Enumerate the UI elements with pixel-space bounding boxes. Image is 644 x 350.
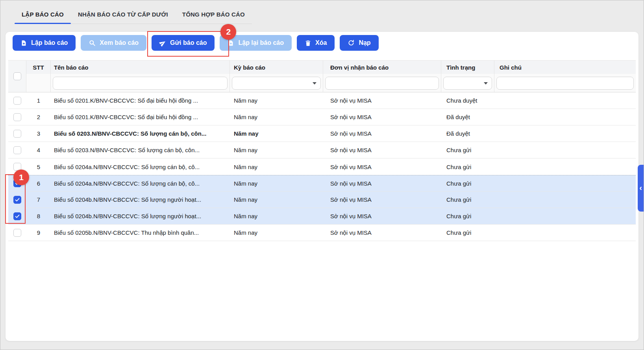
row-checkbox[interactable] (13, 113, 21, 121)
nap-button[interactable]: Nạp (340, 35, 378, 51)
row-receiver: Sở nội vụ MISA (323, 109, 441, 125)
row-status: Chưa gửi (441, 175, 494, 191)
tab-tong-hop-bao-cao[interactable]: TỔNG HỢP BÁO CÁO (175, 7, 252, 24)
column-header-ghi-chu[interactable]: Ghi chú (494, 61, 636, 74)
trash-icon (305, 40, 311, 46)
filter-receiver-input[interactable] (325, 77, 439, 90)
filter-period-select[interactable] (232, 77, 321, 90)
button-label: Xóa (315, 39, 327, 46)
row-name: Biểu số 0205b.N/BNV-CBCCVC: Thu nhập bìn… (51, 225, 230, 241)
row-name: Biểu số 0201.K/BNV-CBCCVC: Số đại biểu h… (51, 109, 230, 125)
row-checkbox[interactable] (13, 229, 21, 237)
row-status: Chưa gửi (441, 225, 494, 241)
row-select-cell (8, 92, 26, 109)
row-name: Biểu số 0204a.N/BNV-CBCCVC: Số lượng cán… (51, 158, 230, 175)
filter-status-select[interactable] (443, 77, 492, 90)
content-card: Lập báo cáo Xem báo cáo Gửi báo cáo 2 (6, 32, 638, 341)
table-row[interactable]: 5Biểu số 0204a.N/BNV-CBCCVC: Số lượng cá… (8, 158, 636, 175)
row-stt: 2 (26, 109, 51, 125)
column-header-ky-bao-cao[interactable]: Kỳ báo cáo (230, 61, 323, 74)
table-row[interactable]: 3Biểu số 0203.N/BNV-CBCCVC: Số lượng cán… (8, 125, 636, 142)
lap-bao-cao-button[interactable]: Lập báo cáo (13, 35, 76, 51)
button-label: Xem báo cáo (100, 39, 139, 46)
row-stt: 1 (26, 92, 51, 109)
row-receiver: Sở nội vụ MISA (323, 125, 441, 142)
row-name: Biểu số 0201.K/BNV-CBCCVC: Số đại biểu h… (51, 92, 230, 109)
filter-row (26, 74, 636, 92)
column-header-ten-bao-cao[interactable]: Tên báo cáo (51, 61, 230, 74)
lap-lai-bao-cao-button[interactable]: Lập lại báo cáo (220, 35, 292, 51)
row-status: Chưa gửi (441, 208, 494, 224)
row-checkbox[interactable] (13, 130, 21, 138)
table-row[interactable]: 6Biểu số 0204a.N/BNV-CBCCVC: Số lượng cá… (8, 175, 636, 192)
column-header-tinh-trang[interactable]: Tình trạng (441, 61, 494, 74)
button-label: Lập lại báo cáo (238, 39, 284, 46)
table-row[interactable]: 8Biểu số 0204b.N/BNV-CBCCVC: Số lượng ng… (8, 208, 636, 225)
row-name: Biểu số 0204b.N/BNV-CBCCVC: Số lượng ngư… (51, 208, 230, 224)
row-select-cell (8, 125, 26, 142)
table-row[interactable]: 7Biểu số 0204b.N/BNV-CBCCVC: Số lượng ng… (8, 192, 636, 208)
tab-lap-bao-cao[interactable]: LẬP BÁO CÁO (15, 7, 71, 24)
button-label: Nạp (359, 39, 370, 46)
table-row[interactable]: 1Biểu số 0201.K/BNV-CBCCVC: Số đại biểu … (8, 92, 636, 109)
row-period: Năm nay (230, 109, 323, 125)
xoa-button[interactable]: Xóa (297, 35, 335, 51)
row-receiver: Sở nội vụ MISA (323, 208, 441, 224)
row-checkbox[interactable] (13, 196, 21, 204)
button-label: Lập báo cáo (31, 39, 68, 46)
row-status: Đã duyệt (441, 109, 494, 125)
report-table: STT Tên báo cáo Kỳ báo cáo Đơn vị nhận b… (8, 60, 636, 241)
row-period: Năm nay (230, 158, 323, 175)
search-icon (89, 39, 96, 46)
row-period: Năm nay (230, 225, 323, 241)
table-row[interactable]: 2Biểu số 0201.K/BNV-CBCCVC: Số đại biểu … (8, 109, 636, 125)
xem-bao-cao-button[interactable]: Xem báo cáo (81, 35, 146, 51)
tab-nhan-bao-cao-tu-cap-duoi[interactable]: NHẬN BÁO CÁO TỪ CẤP DƯỚI (71, 7, 175, 24)
gui-bao-cao-button[interactable]: Gửi báo cáo (152, 35, 215, 51)
filter-name-input[interactable] (53, 77, 228, 90)
row-stt: 5 (26, 158, 51, 175)
table-body: 1Biểu số 0201.K/BNV-CBCCVC: Số đại biểu … (8, 92, 636, 241)
table-row[interactable]: 9Biểu số 0205b.N/BNV-CBCCVC: Thu nhập bì… (8, 225, 636, 241)
row-period: Năm nay (230, 142, 323, 158)
row-name: Biểu số 0203.N/BNV-CBCCVC: Số lượng cán … (51, 142, 230, 158)
row-receiver: Sở nội vụ MISA (323, 158, 441, 175)
row-checkbox[interactable] (13, 97, 21, 105)
column-header-don-vi-nhan[interactable]: Đơn vị nhận báo cáo (323, 61, 441, 74)
filter-note-input[interactable] (496, 77, 634, 90)
table-row[interactable]: 4Biểu số 0203.N/BNV-CBCCVC: Số lượng cán… (8, 142, 636, 158)
row-note (494, 192, 636, 208)
row-checkbox[interactable] (13, 146, 21, 154)
row-stt: 7 (26, 192, 51, 208)
row-select-cell (8, 109, 26, 125)
row-status: Chưa gửi (441, 192, 494, 208)
row-name: Biểu số 0204b.N/BNV-CBCCVC: Số lượng ngư… (51, 192, 230, 208)
row-stt: 8 (26, 208, 51, 224)
row-status: Chưa duyệt (441, 92, 494, 109)
row-status: Đã duyệt (441, 125, 494, 142)
row-note (494, 225, 636, 241)
row-period: Năm nay (230, 125, 323, 142)
toolbar: Lập báo cáo Xem báo cáo Gửi báo cáo 2 (6, 32, 638, 51)
row-status: Chưa gửi (441, 158, 494, 175)
tab-bar: LẬP BÁO CÁO NHẬN BÁO CÁO TỪ CẤP DƯỚI TỔN… (0, 0, 644, 32)
row-note (494, 142, 636, 158)
refresh-icon (348, 39, 355, 46)
row-receiver: Sở nội vụ MISA (323, 175, 441, 191)
column-header-stt[interactable]: STT (26, 61, 51, 74)
side-panel-toggle[interactable]: ‹ (638, 165, 644, 212)
row-receiver: Sở nội vụ MISA (323, 92, 441, 109)
row-name: Biểu số 0203.N/BNV-CBCCVC: Số lượng cán … (51, 125, 230, 142)
row-note (494, 125, 636, 142)
row-receiver: Sở nội vụ MISA (323, 225, 441, 241)
select-all-cell (8, 61, 26, 92)
row-stt: 6 (26, 175, 51, 191)
row-select-cell (8, 192, 26, 208)
row-checkbox[interactable] (13, 212, 21, 220)
table-header: STT Tên báo cáo Kỳ báo cáo Đơn vị nhận b… (8, 60, 636, 92)
select-all-checkbox[interactable] (13, 72, 21, 80)
row-select-cell (8, 208, 26, 224)
row-note (494, 92, 636, 109)
row-status: Chưa gửi (441, 142, 494, 158)
button-label: Gửi báo cáo (170, 39, 207, 46)
